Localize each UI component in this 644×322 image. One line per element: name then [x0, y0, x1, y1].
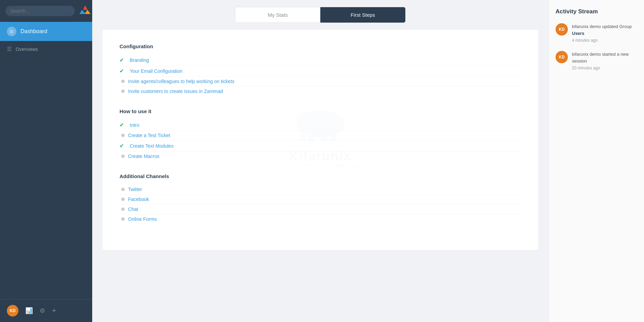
avatar: KD [556, 51, 568, 63]
section-title: How to use it [120, 108, 521, 114]
list-item: Invite agents/colleagues to help working… [120, 76, 521, 86]
sidebar-item-dashboard[interactable]: ⊙ Dashboard [0, 22, 92, 41]
settings-icon[interactable]: ⚙ [40, 307, 45, 314]
item-link-create-macros[interactable]: Create Macros [128, 153, 159, 159]
tab-my-stats[interactable]: My Stats [235, 7, 320, 23]
activity-text: kifarunix demo started a new session [572, 51, 637, 64]
activity-stream: Activity Stream KDkifarunix demo updated… [548, 0, 644, 322]
check-icon: ✔ [120, 143, 126, 149]
tabs-container: My Stats First Steps [235, 7, 406, 23]
sidebar: ⊙ Dashboard ☰ Overviews KD 📊 ⚙ + [0, 0, 92, 322]
list-item: Chat [120, 204, 521, 214]
item-link-email-config[interactable]: Your Email Configuration [130, 68, 182, 74]
sidebar-footer: KD 📊 ⚙ + [0, 299, 92, 322]
sidebar-overviews-label: Overviews [16, 46, 38, 52]
list-item: ✔Your Email Configuration [120, 65, 521, 76]
bullet-icon [121, 134, 125, 137]
search-input[interactable] [5, 6, 75, 16]
item-link-facebook[interactable]: Facebook [128, 197, 149, 202]
content-panel: Kifarunix *NIX TIPS & TUTORIALS Configur… [102, 30, 538, 250]
bullet-icon [121, 90, 125, 93]
list-icon: ☰ [7, 46, 12, 52]
activity-timestamp: 4 minutes ago [572, 38, 637, 43]
bullet-icon [121, 155, 125, 158]
user-avatar[interactable]: KD [7, 305, 18, 317]
sidebar-top [0, 0, 92, 22]
stats-icon[interactable]: 📊 [25, 307, 33, 314]
list-item: Facebook [120, 194, 521, 204]
tab-first-steps[interactable]: First Steps [320, 7, 405, 23]
item-link-create-text-modules[interactable]: Create Text Modules [130, 143, 173, 149]
activity-text: kifarunix demo updated Group Users [572, 23, 637, 37]
bullet-icon [121, 80, 125, 83]
bullet-icon [121, 207, 125, 211]
logo-icon [79, 5, 91, 17]
list-item: ✔Branding [120, 55, 521, 65]
svg-marker-1 [84, 10, 90, 14]
list-item: Twitter [120, 185, 521, 194]
section-how-to-use-it: How to use it✔IntroCreate a Test Ticket✔… [120, 108, 521, 161]
svg-marker-2 [80, 10, 86, 14]
list-item: Create Macros [120, 151, 521, 161]
list-item: Invite customers to create issues in Zam… [120, 86, 521, 96]
list-item: ✔Create Text Modules [120, 140, 521, 151]
avatar: KD [556, 23, 568, 36]
bullet-icon [121, 188, 125, 191]
list-item: Create a Test Ticket [120, 130, 521, 140]
main-content: My Stats First Steps Kifarunix *NIX [92, 0, 548, 322]
add-icon[interactable]: + [52, 306, 56, 315]
activity-events: KDkifarunix demo updated Group Users4 mi… [556, 23, 637, 70]
sidebar-item-overviews[interactable]: ☰ Overviews [0, 41, 92, 57]
list-item: ✔Intro [120, 120, 521, 130]
item-link-chat[interactable]: Chat [128, 206, 138, 212]
list-item: Online Forms [120, 214, 521, 224]
activity-timestamp: 20 minutes ago [572, 66, 637, 70]
section-additional-channels: Additional ChannelsTwitterFacebookChatOn… [120, 173, 521, 224]
item-link-branding[interactable]: Branding [130, 57, 149, 63]
section-title: Additional Channels [120, 173, 521, 179]
section-configuration: Configuration✔Branding✔Your Email Config… [120, 43, 521, 96]
check-icon: ✔ [120, 57, 126, 63]
activity-item: KDkifarunix demo updated Group Users4 mi… [556, 23, 637, 43]
item-link-online-forms[interactable]: Online Forms [128, 216, 157, 222]
check-icon: ✔ [120, 68, 126, 74]
item-link-create-test-ticket[interactable]: Create a Test Ticket [128, 133, 170, 138]
activity-text-wrap: kifarunix demo started a new session20 m… [572, 51, 637, 70]
svg-marker-0 [83, 5, 88, 10]
activity-stream-title: Activity Stream [556, 8, 637, 15]
item-link-twitter[interactable]: Twitter [128, 187, 142, 192]
sidebar-dashboard-label: Dashboard [20, 28, 47, 35]
item-link-invite-agents[interactable]: Invite agents/colleagues to help working… [128, 79, 234, 84]
section-title: Configuration [120, 43, 521, 49]
sections-container: Configuration✔Branding✔Your Email Config… [120, 43, 521, 224]
activity-text-wrap: kifarunix demo updated Group Users4 minu… [572, 23, 637, 43]
item-link-intro[interactable]: Intro [130, 122, 139, 128]
bullet-icon [121, 198, 125, 201]
check-icon: ✔ [120, 122, 126, 128]
activity-item: KDkifarunix demo started a new session20… [556, 51, 637, 70]
dashboard-icon: ⊙ [7, 27, 16, 36]
bullet-icon [121, 217, 125, 221]
item-link-invite-customers[interactable]: Invite customers to create issues in Zam… [128, 89, 223, 94]
